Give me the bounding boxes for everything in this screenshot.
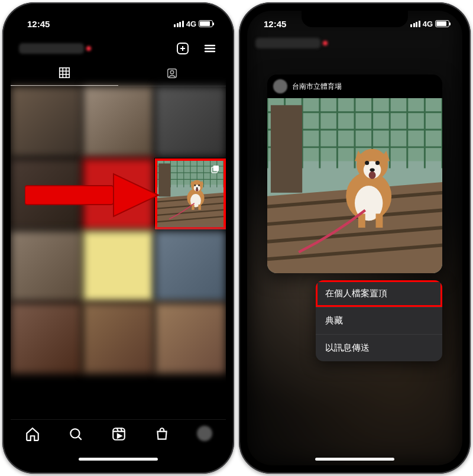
menu-item-label: 典藏 [325, 315, 343, 325]
grid-cell[interactable] [83, 86, 154, 157]
tab-tagged[interactable] [118, 60, 226, 86]
preview-header: 台南市立體育場 [267, 75, 442, 98]
profile-header [11, 37, 226, 60]
context-menu: 在個人檔案置頂 典藏 以訊息傳送 [316, 280, 442, 361]
menu-item-label: 在個人檔案置頂 [325, 288, 387, 298]
battery-icon [199, 20, 213, 27]
signal-icon [174, 21, 184, 27]
grid-cell[interactable] [155, 303, 226, 374]
preview-location: 台南市立體育場 [292, 82, 342, 92]
svg-line-52 [79, 437, 82, 440]
screen-right: 12:45 4G 台南市立體育場 在個人檔案置頂 [247, 11, 462, 465]
reels-icon[interactable] [111, 426, 127, 442]
grid-cell[interactable] [155, 231, 226, 302]
battery-icon [435, 20, 449, 27]
svg-rect-47 [213, 166, 219, 171]
grid-cell[interactable] [83, 158, 154, 229]
status-time: 12:45 [27, 19, 50, 29]
new-post-icon[interactable] [175, 41, 190, 56]
status-time: 12:45 [264, 19, 286, 29]
posts-grid [11, 86, 226, 374]
hamburger-icon[interactable] [202, 41, 218, 56]
shop-icon[interactable] [154, 426, 170, 442]
grid-cell[interactable] [11, 303, 82, 374]
grid-cell[interactable] [155, 86, 226, 157]
status-right: 4G [174, 20, 213, 28]
svg-rect-40 [60, 68, 70, 78]
home-indicator [315, 458, 394, 461]
grid-cell[interactable] [11, 231, 82, 302]
multi-photo-icon [210, 164, 220, 174]
username-blurred [255, 38, 320, 48]
post-preview[interactable]: 台南市立體育場 [267, 75, 442, 273]
home-indicator [79, 458, 158, 461]
menu-item-pin-to-profile[interactable]: 在個人檔案置頂 [316, 280, 442, 307]
screen-left: 12:45 4G [11, 11, 226, 465]
home-icon[interactable] [24, 426, 41, 442]
svg-point-51 [70, 429, 79, 438]
phone-right: 12:45 4G 台南市立體育場 在個人檔案置頂 [239, 2, 471, 474]
network-label: 4G [423, 20, 433, 28]
menu-item-archive[interactable]: 典藏 [316, 307, 442, 335]
signal-icon [410, 21, 420, 27]
preview-avatar [273, 79, 287, 93]
menu-item-label: 以訊息傳送 [325, 342, 370, 352]
profile-tabs [11, 60, 226, 86]
grid-cell[interactable] [83, 231, 154, 302]
network-label: 4G [186, 20, 196, 28]
svg-marker-57 [118, 434, 122, 438]
preview-image-dog [267, 98, 442, 273]
grid-cell-highlighted[interactable] [155, 158, 226, 229]
tab-grid[interactable] [11, 60, 118, 86]
phone-left: 12:45 4G [2, 2, 234, 474]
status-right: 4G [410, 20, 449, 28]
context-popup: 台南市立體育場 在個人檔案置頂 典藏 以訊息傳送 [267, 75, 442, 361]
notch [302, 11, 408, 27]
grid-cell[interactable] [11, 86, 82, 157]
search-icon[interactable] [67, 426, 84, 442]
notch [65, 11, 171, 27]
grid-cell[interactable] [83, 303, 154, 374]
menu-item-send-message[interactable]: 以訊息傳送 [316, 335, 442, 361]
grid-cell[interactable] [11, 158, 82, 229]
username-blurred[interactable] [19, 43, 84, 54]
profile-tab-avatar[interactable] [197, 426, 212, 441]
svg-point-46 [170, 70, 174, 74]
